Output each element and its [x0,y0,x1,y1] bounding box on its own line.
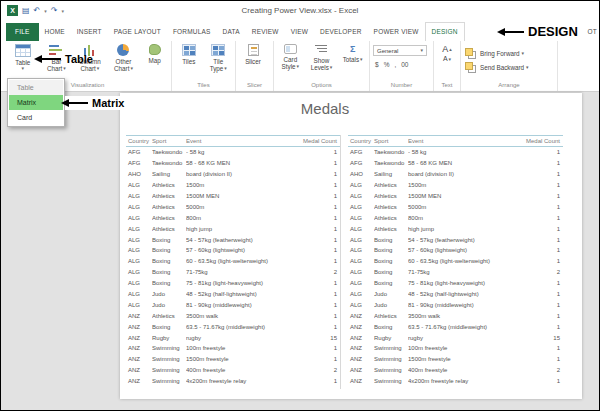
table-row[interactable]: AFG Taekwondo 58 - 68 KG MEN 1 [348,158,563,169]
table-row[interactable]: ALG Boxing 75 - 81kg (light-heavyweight)… [126,278,340,289]
other-chart-button[interactable]: Other Chart▾ [108,44,140,72]
tab-data[interactable]: DATA [217,23,246,41]
table-row[interactable]: ALG Boxing 54 - 57kg (featherweight) 1 [126,234,340,245]
cell-sport: Athletics [152,226,186,232]
tile-type-button[interactable]: Tile Type▾ [205,44,233,72]
table-row[interactable]: ALG Athletics 800m 1 [348,212,563,223]
decrease-text-size-button[interactable]: A ▾ [443,55,451,63]
tab-review[interactable]: REVIEW [246,23,285,41]
tab-power-view[interactable]: POWER VIEW [368,23,425,41]
table-row[interactable]: ALG Judo 81 - 90kg (middleweight) 1 [126,299,340,310]
cell-sport: Boxing [152,258,186,264]
cell-event: - 58 kg [186,149,300,155]
decimal-format-button[interactable]: 00 [401,61,408,68]
table-row[interactable]: ALG Boxing 60 - 63.5kg (light-welterweig… [126,256,340,267]
menu-item-table[interactable]: Table [9,80,63,95]
table-row[interactable]: ANZ Swimming 1500m freestyle 1 [348,354,563,365]
table-row[interactable]: ANZ Boxing 63.5 - 71.67kg (middleweight)… [126,321,340,332]
table-row[interactable]: AFG Taekwondo - 58 kg 1 [126,147,340,158]
table-row[interactable]: ANZ Rugby rugby 15 [348,332,563,343]
cell-event: high jump [186,226,300,232]
column-header-country[interactable]: Country [126,138,152,144]
table-row[interactable]: ANZ Boxing 63.5 - 71.67kg (middleweight)… [348,321,563,332]
menu-item-matrix[interactable]: Matrix [9,95,63,110]
undo-caret-icon[interactable]: ▾ [44,8,47,14]
table-row[interactable]: ALG Boxing 57 - 60kg (lightweight) 1 [126,245,340,256]
percent-format-button[interactable]: % [384,61,390,68]
cell-country: AFG [348,160,374,166]
table-row[interactable]: ALG Athletics 800m 1 [126,212,340,223]
redo-icon[interactable]: ↷ [51,6,58,16]
column-header-event[interactable]: Event [186,138,300,144]
table-row[interactable]: ANZ Swimming 100m freestyle 1 [126,343,340,354]
card-style-label-2: Style [282,63,296,70]
tab-home[interactable]: HOME [39,23,71,41]
table-row[interactable]: ALG Judo 48 - 52kg (half-lightweight) 1 [348,289,563,300]
table-row[interactable]: ALG Athletics 1500M MEN 1 [126,191,340,202]
tiles-button[interactable]: Tiles [175,44,203,65]
save-icon[interactable]: ▤ [22,6,30,16]
table-row[interactable]: ALG Athletics 5000m 1 [348,201,563,212]
table-row[interactable]: ANZ Swimming 400m freestyle 2 [348,365,563,376]
table-row[interactable]: ANZ Athletics 3500m walk 1 [348,310,563,321]
tab-developer[interactable]: DEVELOPER [314,23,368,41]
show-levels-button[interactable]: Show Levels▾ [306,44,338,71]
undo-icon[interactable]: ↶ [34,6,41,16]
column-header-event[interactable]: Event [408,138,523,144]
table-row[interactable]: AHO Sailing board (division II) 1 [348,169,563,180]
slicer-button[interactable]: Slicer [239,44,267,65]
map-button[interactable]: Map [141,44,168,64]
table-row[interactable]: ALG Boxing 54 - 57kg (featherweight) 1 [348,234,563,245]
table-row[interactable]: ANZ Swimming 4x200m freestyle relay 1 [348,376,563,387]
totals-button[interactable]: Σ Totals▾ [339,44,366,63]
table-row[interactable]: ALG Athletics 1500M MEN 1 [348,191,563,202]
qat-caret-icon[interactable]: ▾ [61,8,64,14]
report-title[interactable]: Medals [150,100,500,117]
cell-medal-count: 1 [523,193,563,199]
table-row[interactable]: ALG Athletics 1500m 1 [348,180,563,191]
table-row[interactable]: ANZ Rugby rugby 15 [126,332,340,343]
column-header-medal-count[interactable]: Medal Count [300,138,340,144]
table-row[interactable]: ANZ Athletics 3500m walk 1 [126,310,340,321]
tab-powerpivot-partial[interactable]: OT [587,23,598,41]
currency-format-button[interactable]: $ [375,61,379,68]
menu-item-card[interactable]: Card [9,110,63,125]
table-row[interactable]: ALG Boxing 71-75kg 2 [126,267,340,278]
table-row[interactable]: ANZ Swimming 400m freestyle 2 [126,365,340,376]
table-row[interactable]: ALG Athletics high jump 1 [348,223,563,234]
increase-text-size-button[interactable]: A ▴ [442,45,452,54]
table-row[interactable]: ANZ Swimming 4x200m freestyle relay 1 [126,376,340,387]
table-row[interactable]: ALG Boxing 75 - 81kg (light-heavyweight)… [348,278,563,289]
number-format-dropdown[interactable]: General ▾ [373,45,427,56]
table-row[interactable]: ALG Athletics 5000m 1 [126,201,340,212]
tab-view[interactable]: VIEW [285,23,314,41]
tab-file[interactable]: FILE [6,23,39,41]
tab-formulas[interactable]: FORMULAS [167,23,217,41]
table-row[interactable]: AHO Sailing board (division II) 1 [126,169,340,180]
comma-format-button[interactable]: , [394,61,396,68]
cell-country: ANZ [348,356,374,362]
table-row[interactable]: ALG Boxing 57 - 60kg (lightweight) 1 [348,245,563,256]
table-row[interactable]: ALG Judo 81 - 90kg (middleweight) 1 [348,299,563,310]
table-row[interactable]: ANZ Swimming 100m freestyle 1 [348,343,563,354]
tab-page-layout[interactable]: PAGE LAYOUT [108,23,167,41]
table-row[interactable]: ALG Boxing 60 - 63.5kg (light-welterweig… [348,256,563,267]
table-row[interactable]: ALG Athletics high jump 1 [126,223,340,234]
tab-insert[interactable]: INSERT [71,23,108,41]
card-style-button[interactable]: Card Style▾ [277,44,304,70]
table-row[interactable]: AFG Taekwondo 58 - 68 KG MEN 1 [126,158,340,169]
column-header-sport[interactable]: Sport [374,138,408,144]
tile-type-icon [211,44,225,56]
tab-design[interactable]: DESIGN [425,22,465,41]
table-row[interactable]: ALG Boxing 71-75kg 2 [348,267,563,278]
column-header-sport[interactable]: Sport [152,138,186,144]
column-header-medal-count[interactable]: Medal Count [523,138,563,144]
table-row[interactable]: AFG Taekwondo - 58 kg 1 [348,147,563,158]
cell-sport: Swimming [374,356,408,362]
table-row[interactable]: ALG Judo 48 - 52kg (half-lightweight) 1 [126,289,340,300]
bring-forward-button[interactable]: Bring Forward ▾ [464,46,524,60]
table-row[interactable]: ALG Athletics 1500m 1 [126,180,340,191]
table-row[interactable]: ANZ Swimming 1500m freestyle 1 [126,354,340,365]
column-header-country[interactable]: Country [348,138,374,144]
send-backward-button[interactable]: Send Backward ▾ [464,60,529,74]
